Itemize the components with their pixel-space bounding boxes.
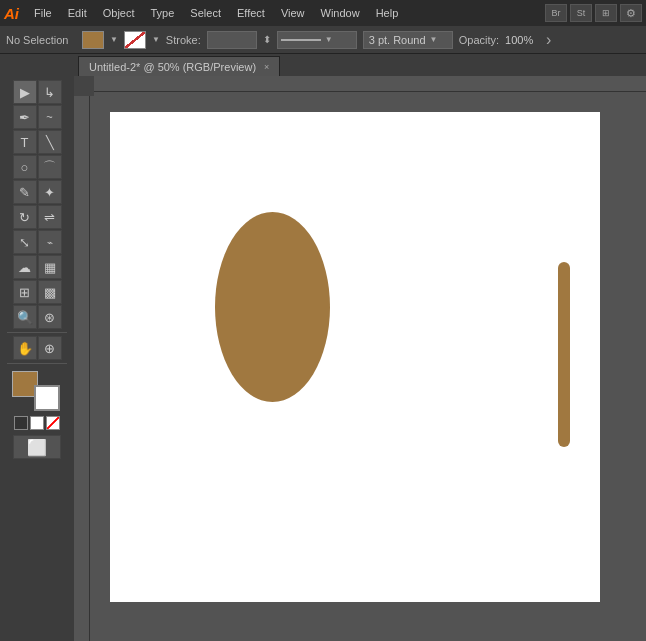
fill-dropdown-arrow[interactable]: ▼ bbox=[110, 35, 118, 44]
grid-icon[interactable]: ⊞ bbox=[595, 4, 617, 22]
menu-edit[interactable]: Edit bbox=[61, 5, 94, 21]
warp-tool[interactable]: ⌁ bbox=[38, 230, 62, 254]
tab-title: Untitled-2* @ 50% (RGB/Preview) bbox=[89, 61, 256, 73]
normal-mode-icon[interactable] bbox=[14, 416, 28, 430]
hand-tool[interactable]: ✋ bbox=[13, 336, 37, 360]
stroke-dropdown-arrow[interactable]: ▼ bbox=[152, 35, 160, 44]
change-screen-mode[interactable]: ⬜ bbox=[13, 435, 61, 459]
tool-row-scale: ⤡ ⌁ bbox=[13, 230, 62, 254]
tool-row-rotate: ↻ ⇌ bbox=[13, 205, 62, 229]
app-logo: Ai bbox=[4, 6, 19, 21]
fill-color-swatch[interactable] bbox=[82, 31, 104, 49]
symbol-sprayer[interactable]: ☁ bbox=[13, 255, 37, 279]
scale-tool[interactable]: ⤡ bbox=[13, 230, 37, 254]
color-swatches bbox=[12, 371, 62, 411]
right-icon-group: Br St ⊞ ⚙ bbox=[545, 4, 642, 22]
ruler-corner bbox=[74, 76, 94, 96]
ruler-horizontal bbox=[94, 76, 646, 92]
ruler-vertical bbox=[74, 96, 90, 641]
more-options-arrow[interactable]: › bbox=[546, 31, 551, 49]
blend-tool[interactable]: ⊛ bbox=[38, 305, 62, 329]
artboard bbox=[110, 112, 600, 602]
opacity-value: 100% bbox=[505, 34, 540, 46]
main-area: ▶ ↳ ✒ ~ T ╲ ○ ⌒ ✎ ✦ ↻ ⇌ ⤡ ⌁ ☁ ▦ bbox=[0, 76, 646, 641]
type-tool[interactable]: T bbox=[13, 130, 37, 154]
menu-object[interactable]: Object bbox=[96, 5, 142, 21]
direct-selection-tool[interactable]: ↳ bbox=[38, 80, 62, 104]
tab-bar: Untitled-2* @ 50% (RGB/Preview) × bbox=[0, 54, 646, 76]
mesh-tool[interactable]: ⊞ bbox=[13, 280, 37, 304]
tool-row-mesh: ⊞ ▩ bbox=[13, 280, 62, 304]
tool-separator-1 bbox=[7, 332, 67, 333]
pt-round-label: 3 pt. Round bbox=[369, 34, 426, 46]
menu-window[interactable]: Window bbox=[314, 5, 367, 21]
small-mode-icons bbox=[14, 416, 60, 430]
stroke-input[interactable] bbox=[207, 31, 257, 49]
settings-icon[interactable]: ⚙ bbox=[620, 4, 642, 22]
pen-tool[interactable]: ✒ bbox=[13, 105, 37, 129]
reflect-tool[interactable]: ⇌ bbox=[38, 205, 62, 229]
menu-select[interactable]: Select bbox=[183, 5, 228, 21]
opacity-label: Opacity: bbox=[459, 34, 499, 46]
rotate-tool[interactable]: ↻ bbox=[13, 205, 37, 229]
menu-type[interactable]: Type bbox=[144, 5, 182, 21]
menu-file[interactable]: File bbox=[27, 5, 59, 21]
menu-help[interactable]: Help bbox=[369, 5, 406, 21]
tool-row-pencil: ✎ ✦ bbox=[13, 180, 62, 204]
tool-row-symbol: ☁ ▦ bbox=[13, 255, 62, 279]
drawing-mode-group: ⬜ bbox=[13, 435, 61, 459]
stroke-spin[interactable]: ⬍ bbox=[263, 34, 271, 45]
document-tab[interactable]: Untitled-2* @ 50% (RGB/Preview) × bbox=[78, 56, 280, 76]
behind-mode-icon[interactable] bbox=[30, 416, 44, 430]
zoom-tool[interactable]: ⊕ bbox=[38, 336, 62, 360]
selection-label: No Selection bbox=[6, 34, 76, 46]
stock-icon[interactable]: St bbox=[570, 4, 592, 22]
pencil-tool[interactable]: ✎ bbox=[13, 180, 37, 204]
eyedropper-tool[interactable]: 🔍 bbox=[13, 305, 37, 329]
line-object[interactable] bbox=[558, 262, 570, 447]
tool-row-pen: ✒ ~ bbox=[13, 105, 62, 129]
line-tool[interactable]: ╲ bbox=[38, 130, 62, 154]
tool-row-type: T ╲ bbox=[13, 130, 62, 154]
gradient-tool[interactable]: ▩ bbox=[38, 280, 62, 304]
ellipse-tool[interactable]: ○ bbox=[13, 155, 37, 179]
paintbrush-tool[interactable]: ⌒ bbox=[38, 155, 62, 179]
pt-round-dropdown[interactable]: 3 pt. Round ▼ bbox=[363, 31, 453, 49]
options-bar: No Selection ▼ ▼ Stroke: ⬍ ▼ 3 pt. Round… bbox=[0, 26, 646, 54]
tool-row-shape: ○ ⌒ bbox=[13, 155, 62, 179]
curvature-tool[interactable]: ~ bbox=[38, 105, 62, 129]
canvas-area bbox=[74, 76, 646, 641]
menu-bar: Ai File Edit Object Type Select Effect V… bbox=[0, 0, 646, 26]
clear-icon[interactable] bbox=[46, 416, 60, 430]
tool-row-hand: ✋ ⊕ bbox=[13, 336, 62, 360]
toolbox: ▶ ↳ ✒ ~ T ╲ ○ ⌒ ✎ ✦ ↻ ⇌ ⤡ ⌁ ☁ ▦ bbox=[0, 76, 74, 641]
stroke-label: Stroke: bbox=[166, 34, 201, 46]
menu-effect[interactable]: Effect bbox=[230, 5, 272, 21]
bridge-icon[interactable]: Br bbox=[545, 4, 567, 22]
tool-separator-2 bbox=[7, 363, 67, 364]
tool-row-blend: 🔍 ⊛ bbox=[13, 305, 62, 329]
stroke-swatch[interactable] bbox=[34, 385, 60, 411]
tool-row-selection: ▶ ↳ bbox=[13, 80, 62, 104]
selection-tool[interactable]: ▶ bbox=[13, 80, 37, 104]
shaper-tool[interactable]: ✦ bbox=[38, 180, 62, 204]
dash-dropdown[interactable]: ▼ bbox=[277, 31, 357, 49]
oval-object[interactable] bbox=[215, 212, 330, 402]
column-graph[interactable]: ▦ bbox=[38, 255, 62, 279]
stroke-color-box[interactable] bbox=[124, 31, 146, 49]
tab-close-button[interactable]: × bbox=[264, 62, 269, 72]
menu-view[interactable]: View bbox=[274, 5, 312, 21]
